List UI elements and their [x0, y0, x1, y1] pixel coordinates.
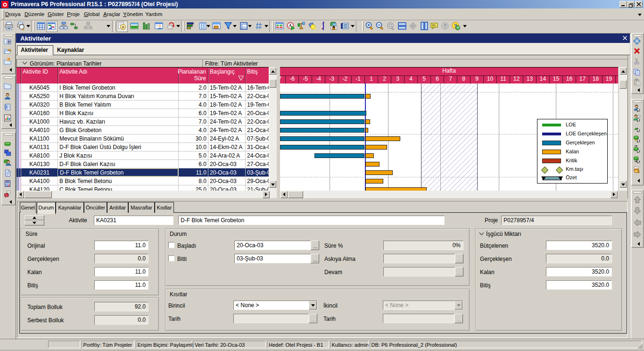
- svg-text:A: A: [122, 25, 124, 29]
- svg-text:?: ?: [444, 23, 447, 29]
